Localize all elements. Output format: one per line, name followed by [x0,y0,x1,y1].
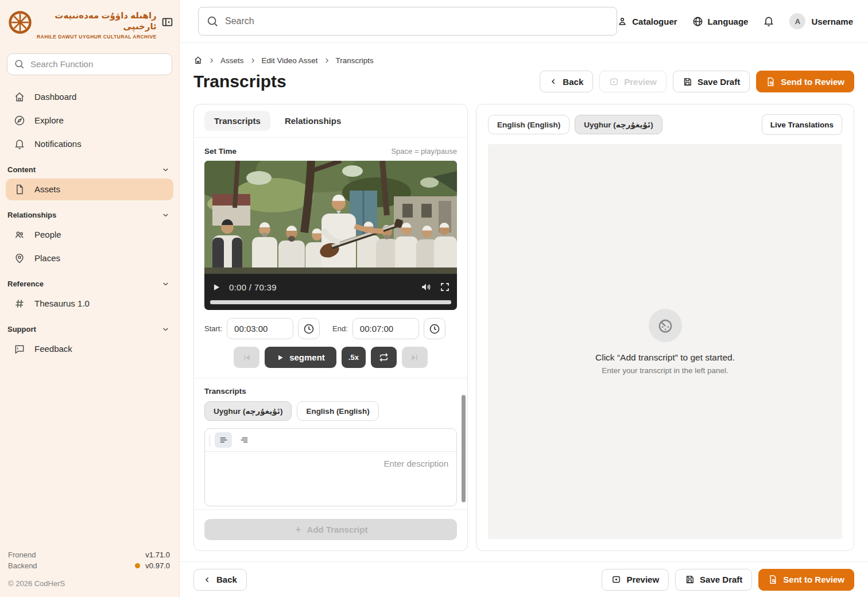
sidebar-section-relationships[interactable]: Relationships [0,202,179,222]
preview-button-bottom[interactable]: Preview [602,569,669,591]
bell-icon [14,138,25,150]
document-search-icon [768,575,778,584]
map-pin-icon [14,253,25,264]
sidebar-item-label: Dashboard [34,92,76,102]
video-player[interactable]: 0:00 / 70:39 [204,161,457,310]
sidebar-item-places[interactable]: Places [6,247,173,269]
preview-language-row: English (English) Uyghur (ئۇيغۇرچە) Live… [488,114,842,135]
home-icon [14,91,25,103]
sidebar-section-reference[interactable]: Reference [0,271,179,291]
chevron-down-icon [161,211,170,219]
timer-icon-badge [649,309,682,342]
sidebar-item-thesaurus[interactable]: Thesaurus 1.0 [6,293,173,315]
sidebar-search-input[interactable] [7,53,172,75]
clock-icon [429,323,440,335]
skip-to-start-button[interactable] [234,347,259,368]
scrollbar-thumb[interactable] [462,395,466,502]
skip-to-end-button[interactable] [402,347,428,368]
end-time-input[interactable] [352,318,419,339]
sidebar-item-explore[interactable]: Explore [6,110,173,131]
user-menu[interactable]: A Username [789,13,853,29]
tab-relationships[interactable]: Relationships [275,111,351,131]
add-transcript-button[interactable]: Add Transcript [204,519,457,540]
backend-label: Backend [8,561,135,570]
fullscreen-button[interactable] [440,282,450,292]
language-menu[interactable]: Language [692,16,749,27]
sidebar-item-assets[interactable]: Assets [6,179,173,200]
main-area: Cataloguer Language A Username Assets Ed… [180,0,868,597]
transcript-textarea[interactable] [205,452,456,503]
transcript-editor [204,428,457,506]
align-left-button[interactable] [215,432,232,448]
sidebar-section-content[interactable]: Content [0,157,179,177]
sidebar-item-label: Explore [34,115,64,125]
breadcrumb-current: Transcripts [336,56,374,65]
chip-english[interactable]: English (English) [488,115,569,134]
sidebar-item-label: Thesaurus 1.0 [34,298,90,308]
chevron-left-icon [549,77,557,86]
tab-transcripts[interactable]: Transcripts [204,111,270,131]
sidebar-item-notifications[interactable]: Notifications [6,133,173,155]
start-time-input[interactable] [227,318,293,339]
align-right-icon [239,435,249,445]
sidebar-item-dashboard[interactable]: Dashboard [6,86,173,108]
sent-to-review-button[interactable]: Sent to Review [758,569,854,591]
notifications-button[interactable] [763,15,774,27]
speed-button[interactable]: .5x [342,347,366,368]
sidebar-collapse-button[interactable] [161,16,173,28]
bell-icon [763,15,774,27]
keyboard-hint: Space = play/pause [391,147,457,156]
global-search-input[interactable] [198,7,617,36]
chip-english[interactable]: English (English) [297,401,378,421]
video-progress-bar[interactable] [210,300,451,304]
back-button[interactable]: Back [540,71,593,92]
sidebar-item-label: Places [34,253,60,263]
page-content: Assets Edit Video Asset Transcripts Tran… [180,43,868,561]
editor-tabs: Transcripts Relationships [194,104,467,138]
bottom-action-bar: Back Preview Save Draft Sent to Review [180,561,868,597]
transcript-language-chips: Uyghur (ئۇيغۇرچە) English (English) [204,401,457,421]
align-right-button[interactable] [235,432,253,448]
play-segment-button[interactable]: segment [265,347,336,368]
segment-label: segment [289,352,325,362]
section-label: Content [7,165,36,174]
fullscreen-icon [440,282,450,292]
sidebar-item-people[interactable]: People [6,224,173,246]
breadcrumb-home[interactable] [193,56,203,65]
frontend-version-row: Fronend v1.71.0 [8,551,170,559]
compass-icon [14,115,25,126]
start-label: Start: [204,324,222,333]
role-menu[interactable]: Cataloguer [617,16,677,26]
loop-button[interactable] [371,347,397,368]
save-draft-button[interactable]: Save Draft [673,71,750,92]
end-clock-button[interactable] [424,318,445,339]
section-label: Support [7,325,36,334]
volume-button[interactable] [420,281,432,293]
video-controls: 0:00 / 70:39 [204,274,457,297]
end-label: End: [332,324,348,333]
sidebar-item-feedback[interactable]: Feedback [6,338,173,360]
chip-uyghur[interactable]: Uyghur (ئۇيغۇرچە) [575,115,662,134]
sidebar-item-label: Feedback [34,344,72,354]
section-label: Relationships [7,211,56,219]
sidebar-nav: Dashboard Explore Notifications Content … [0,81,179,542]
back-button-bottom[interactable]: Back [193,569,247,591]
volume-icon [420,281,432,293]
home-icon [193,56,203,65]
chevron-down-icon [161,280,170,288]
breadcrumb-edit-video-asset[interactable]: Edit Video Asset [262,56,318,65]
preview-button[interactable]: Preview [599,71,666,92]
sidebar: راھىلە داۋۇت مەدەنىيەت ئارخىپى RAHILE DA… [0,0,180,597]
sidebar-section-support[interactable]: Support [0,316,179,336]
live-translations-button[interactable]: Live Translations [762,114,842,135]
play-button[interactable] [211,282,221,292]
chevron-left-icon [203,576,211,584]
chip-uyghur[interactable]: Uyghur (ئۇيغۇرچە) [204,401,292,421]
global-search [198,7,617,36]
avatar: A [789,13,805,29]
breadcrumb-assets[interactable]: Assets [220,56,244,65]
repeat-icon [379,352,389,362]
save-draft-button-bottom[interactable]: Save Draft [675,569,752,591]
start-clock-button[interactable] [298,318,320,339]
send-to-review-button[interactable]: Send to Review [756,71,854,92]
